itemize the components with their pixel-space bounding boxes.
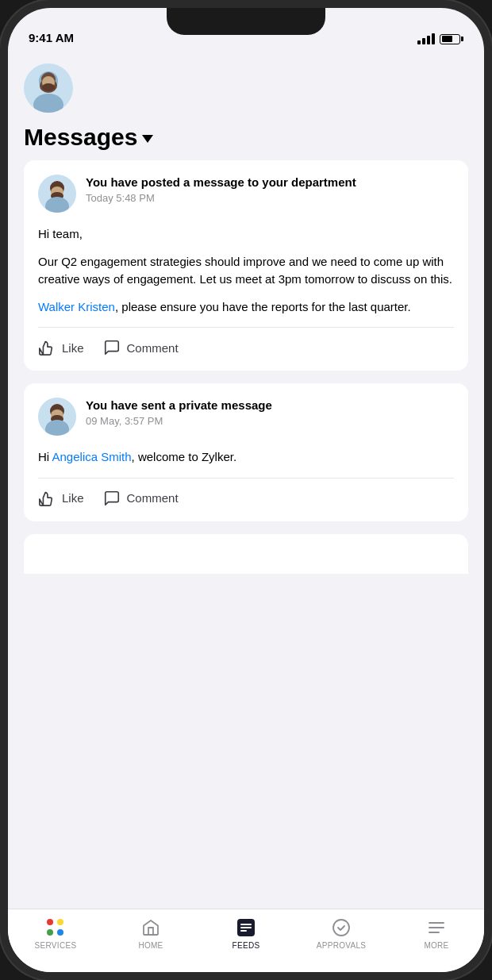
tab-bar: SERVICES HOME FEEDS <box>8 909 484 972</box>
card-divider-2 <box>38 478 454 478</box>
avatar <box>24 63 73 113</box>
svg-point-21 <box>333 920 349 936</box>
signal-icon <box>417 33 435 44</box>
message-card-3-partial <box>24 534 468 574</box>
content-area: Messages You have posted a message to <box>8 51 484 909</box>
svg-point-6 <box>42 83 55 91</box>
tab-item-more[interactable]: MORE <box>389 917 484 950</box>
card-header-1: You have posted a message to your depart… <box>38 175 454 213</box>
card-header-text-2: You have sent a private message 09 May, … <box>86 398 454 427</box>
card-actions-1: Like Comment <box>38 339 454 356</box>
more-icon <box>426 917 447 938</box>
card-avatar-1 <box>38 175 76 213</box>
dropdown-arrow-icon[interactable] <box>142 135 153 143</box>
comment-button-1[interactable]: Comment <box>103 339 179 356</box>
card-title-1: You have posted a message to your depart… <box>86 175 454 190</box>
mention-2: Angelica Smith <box>52 450 132 463</box>
card-avatar-2 <box>38 398 76 436</box>
message-card-2: You have sent a private message 09 May, … <box>24 383 468 521</box>
like-icon-1 <box>38 339 56 356</box>
battery-icon <box>440 34 463 44</box>
body-pre-2: Hi <box>38 450 52 463</box>
mention-1: Walker Kristen <box>38 300 115 313</box>
status-icons <box>417 33 463 44</box>
card-actions-2: Like Comment <box>38 490 454 507</box>
comment-button-2[interactable]: Comment <box>103 490 179 507</box>
card-header-text-1: You have posted a message to your depart… <box>86 175 454 204</box>
card-title-2: You have sent a private message <box>86 398 454 413</box>
comment-icon-1 <box>103 339 121 356</box>
svg-rect-18 <box>240 924 252 925</box>
phone-frame: 9:41 AM <box>8 8 484 972</box>
like-button-2[interactable]: Like <box>38 490 84 507</box>
feeds-icon <box>236 917 256 938</box>
tab-label-more: MORE <box>424 941 448 950</box>
comment-label-2: Comment <box>127 491 179 505</box>
like-icon-2 <box>38 490 56 507</box>
comment-icon-2 <box>103 490 121 507</box>
card-time-2: 09 May, 3:57 PM <box>86 415 454 427</box>
card-body-1: Hi team, Our Q2 engagement strategies sh… <box>38 225 454 316</box>
page-title-row: Messages <box>24 124 468 151</box>
comment-label-1: Comment <box>127 341 179 355</box>
tab-item-approvals[interactable]: APPROVALS <box>294 917 389 950</box>
body-p1-2: Hi Angelica Smith, welcome to Zylker. <box>38 448 454 467</box>
card-body-2: Hi Angelica Smith, welcome to Zylker. <box>38 448 454 467</box>
svg-rect-20 <box>240 930 247 932</box>
home-icon <box>140 917 161 938</box>
tab-label-services: SERVICES <box>35 941 77 950</box>
card-header-2: You have sent a private message 09 May, … <box>38 398 454 436</box>
body-post-2: , welcome to Zylker. <box>132 450 237 463</box>
status-time: 9:41 AM <box>29 31 74 44</box>
tab-item-home[interactable]: HOME <box>103 917 198 950</box>
body-p1-1: Hi team, <box>38 225 454 244</box>
body-p2-1: Our Q2 engagement strategies should impr… <box>38 253 454 289</box>
tab-label-approvals: APPROVALS <box>317 941 367 950</box>
card-divider-1 <box>38 327 454 328</box>
notch <box>167 8 325 35</box>
tab-label-home: HOME <box>138 941 163 950</box>
body-p3-post-1: , please ensure you have the reports for… <box>115 300 411 313</box>
tab-item-feeds[interactable]: FEEDS <box>198 917 294 950</box>
approvals-icon <box>331 917 352 938</box>
like-button-1[interactable]: Like <box>38 339 84 356</box>
profile-section: Messages <box>24 51 468 160</box>
tab-item-services[interactable]: SERVICES <box>8 917 103 950</box>
like-label-1: Like <box>62 341 84 355</box>
svg-rect-19 <box>240 927 252 928</box>
services-icon <box>45 917 66 938</box>
card-time-1: Today 5:48 PM <box>86 192 454 204</box>
page-title: Messages <box>24 124 137 151</box>
tab-label-feeds: FEEDS <box>233 941 260 950</box>
body-p3-1: Walker Kristen, please ensure you have t… <box>38 298 454 317</box>
message-card-1: You have posted a message to your depart… <box>24 160 468 371</box>
like-label-2: Like <box>62 491 84 505</box>
